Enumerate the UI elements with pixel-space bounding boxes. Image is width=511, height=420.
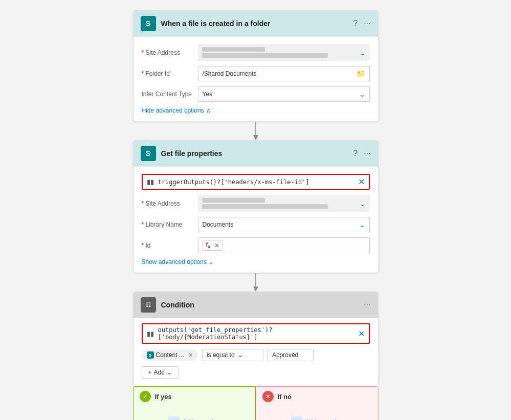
- trigger-help-button[interactable]: ?: [353, 19, 358, 28]
- get-file-expression-box: ▮▮ triggerOutputs()?['headers/x-ms-file-…: [142, 174, 370, 190]
- content-token-label: Content ...: [156, 351, 184, 359]
- condition-title: Condition: [161, 301, 364, 309]
- condition-card-body: ▮▮ outputs('get_file_properties')?['body…: [134, 318, 378, 386]
- get-file-site-address-row: * Site Address ⌄: [142, 195, 370, 212]
- svg-marker-1: [253, 135, 258, 140]
- token-close-button[interactable]: ✕: [214, 242, 219, 249]
- expression-icon: ▮▮: [147, 178, 154, 186]
- if-no-header: ✕ If no: [256, 387, 378, 406]
- trigger-infer-type-input[interactable]: Yes ⌄: [198, 86, 370, 102]
- trigger-folder-id-label: * Folder Id: [142, 70, 198, 77]
- get-file-site-dropdown-icon: ⌄: [360, 200, 366, 208]
- if-yes-add-action-button[interactable]: ■ Add an action: [168, 416, 220, 420]
- trigger-site-dropdown-icon: ⌄: [360, 49, 366, 57]
- arrow-svg-2: [251, 273, 260, 292]
- get-file-expression-text: triggerOutputs()?['headers/x-ms-file-id'…: [158, 179, 354, 186]
- get-file-advanced-chevron-icon: ⌄: [209, 258, 214, 266]
- get-file-site-address-input[interactable]: ⌄: [198, 195, 370, 212]
- get-file-header-actions: ? ···: [353, 149, 370, 158]
- flow-canvas: S When a file is created in a folder ? ·…: [0, 0, 511, 420]
- branch-row: ✓ If yes ■ Add an action ✕ If no ■ Add a…: [133, 386, 379, 420]
- condition-more-button[interactable]: ···: [364, 300, 370, 310]
- if-yes-card: ✓ If yes ■ Add an action: [133, 386, 256, 420]
- condition-expression-box: ▮▮ outputs('get_file_properties')?['body…: [142, 323, 370, 344]
- trigger-infer-type-row: Infer Content Type Yes ⌄: [142, 86, 370, 102]
- get-file-library-dropdown-icon: ⌄: [359, 220, 365, 229]
- get-file-card-header: S Get file properties ? ···: [134, 141, 378, 167]
- condition-expression-text: outputs('get_file_properties')?['body/{M…: [158, 326, 354, 341]
- content-token: S Content ... ✕: [142, 349, 198, 361]
- trigger-outputs-token: fx ✕: [203, 240, 224, 251]
- trigger-infer-dropdown-icon: ⌄: [359, 90, 365, 98]
- operator-select[interactable]: is equal to ⌄: [202, 349, 263, 361]
- if-yes-body: ■ Add an action: [134, 406, 255, 420]
- folder-icon: 📁: [357, 70, 365, 78]
- trigger-more-button[interactable]: ···: [364, 19, 370, 28]
- get-file-id-input[interactable]: fx ✕: [198, 237, 370, 253]
- get-file-show-advanced-link[interactable]: Show advanced options ⌄: [142, 258, 370, 268]
- get-file-card: S Get file properties ? ··· ▮▮ triggerOu…: [133, 140, 379, 273]
- get-file-id-label: * Id: [142, 242, 198, 249]
- get-file-library-label: * Library Name: [142, 221, 198, 228]
- trigger-site-address-row: * Site Address ⌄: [142, 44, 370, 61]
- connector-arrow-1: [251, 122, 260, 140]
- if-yes-add-action-icon: ■: [168, 416, 180, 420]
- arrow-svg-1: [251, 122, 260, 140]
- add-plus-icon: +: [148, 369, 152, 376]
- operator-dropdown-icon: ⌄: [238, 351, 243, 359]
- get-file-title: Get file properties: [161, 149, 353, 158]
- expression-close-button[interactable]: ✕: [358, 177, 365, 187]
- trigger-title: When a file is created in a folder: [161, 19, 353, 28]
- if-no-add-action-button[interactable]: ■ Add an action: [291, 416, 343, 420]
- trigger-advanced-chevron-icon: ∧: [206, 107, 211, 114]
- if-no-body: ■ Add an action: [256, 406, 378, 420]
- trigger-site-address-label: * Site Address: [142, 49, 198, 56]
- condition-expression-icon: ▮▮: [147, 330, 154, 338]
- svg-marker-3: [253, 286, 258, 292]
- trigger-card: S When a file is created in a folder ? ·…: [133, 10, 379, 122]
- trigger-header-actions: ? ···: [353, 19, 370, 28]
- get-file-icon: S: [141, 146, 156, 161]
- condition-add-button[interactable]: + Add ⌄: [142, 366, 179, 379]
- if-no-add-action-icon: ■: [291, 416, 302, 420]
- condition-card: ☶ Condition ··· ▮▮ outputs('get_file_pro…: [133, 292, 379, 386]
- get-file-library-row: * Library Name Documents ⌄: [142, 217, 370, 232]
- get-file-help-button[interactable]: ?: [353, 149, 358, 158]
- fx-icon: fx: [206, 241, 211, 249]
- trigger-hide-advanced-link[interactable]: Hide advanced options ∧: [142, 107, 370, 116]
- trigger-site-address-input[interactable]: ⌄: [198, 44, 370, 61]
- get-file-library-input[interactable]: Documents ⌄: [198, 217, 370, 232]
- if-yes-icon: ✓: [140, 391, 151, 402]
- connector-arrow-2: [251, 273, 260, 292]
- condition-row: S Content ... ✕ is equal to ⌄ Approved: [142, 349, 370, 361]
- if-no-label: If no: [278, 393, 292, 401]
- if-yes-header: ✓ If yes: [134, 387, 255, 406]
- trigger-infer-type-label: Infer Content Type: [142, 91, 198, 98]
- operator-value: is equal to: [207, 351, 235, 359]
- if-no-card: ✕ If no ■ Add an action: [256, 386, 379, 420]
- trigger-icon: S: [141, 16, 156, 31]
- if-no-icon: ✕: [262, 391, 274, 402]
- get-file-id-row: * Id fx ✕: [142, 237, 370, 253]
- get-file-more-button[interactable]: ···: [364, 149, 370, 158]
- condition-expression-close-button[interactable]: ✕: [358, 329, 365, 339]
- trigger-card-header: S When a file is created in a folder ? ·…: [134, 11, 378, 37]
- add-chevron-icon: ⌄: [167, 369, 172, 376]
- trigger-folder-id-input[interactable]: /Shared Documents 📁: [198, 66, 370, 81]
- get-file-site-address-label: * Site Address: [142, 200, 198, 207]
- condition-header-actions: ···: [364, 300, 370, 310]
- trigger-folder-id-row: * Folder Id /Shared Documents 📁: [142, 66, 370, 81]
- condition-value-input[interactable]: Approved: [268, 349, 314, 361]
- condition-icon: ☶: [141, 297, 156, 313]
- if-yes-label: If yes: [155, 393, 172, 401]
- trigger-card-body: * Site Address ⌄ * Folder Id /Shared Doc…: [134, 37, 378, 121]
- condition-card-header: ☶ Condition ···: [134, 292, 378, 318]
- add-label: Add: [154, 369, 165, 376]
- content-token-icon: S: [147, 351, 154, 359]
- get-file-card-body: ▮▮ triggerOutputs()?['headers/x-ms-file-…: [134, 167, 378, 273]
- content-token-close[interactable]: ✕: [188, 352, 193, 359]
